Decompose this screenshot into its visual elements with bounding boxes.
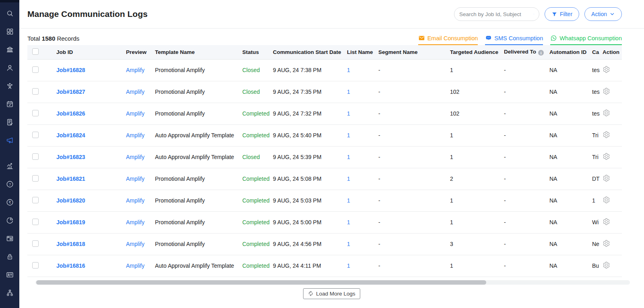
gear-icon [603,174,610,182]
list-name-link[interactable]: 1 [347,197,350,204]
row-checkbox[interactable] [32,110,39,116]
header-select-cell [27,45,56,59]
row-checkbox[interactable] [32,197,39,203]
sidebar-item-dashboard[interactable] [0,23,19,41]
preview-link[interactable]: Amplify [126,67,144,73]
sidebar-item-accounts[interactable] [0,266,19,284]
info-icon[interactable] [538,50,544,56]
gear-icon [603,218,610,225]
sidebar-item-distribution[interactable] [0,77,19,95]
select-all-checkbox[interactable] [32,48,39,55]
cell-select [27,211,56,233]
row-checkbox[interactable] [32,66,39,73]
sidebar-item-logs[interactable] [0,113,19,131]
row-settings-button[interactable] [603,66,610,74]
cell-targeted-audience: 1 [450,211,504,233]
job-id-link[interactable]: Job#16819 [56,219,85,225]
preview-link[interactable]: Amplify [126,219,144,225]
row-settings-button[interactable] [603,131,610,140]
job-id-link[interactable]: Job#16824 [56,132,85,138]
start-date: 9 AUG, 24 7:35 PM [273,89,322,95]
list-name-link[interactable]: 1 [347,176,350,182]
template-name: Promotional Amplify [155,89,205,95]
cell-template-name: Auto Approval Amplify Template [155,255,242,277]
search-icon[interactable] [534,10,534,18]
preview-link[interactable]: Amplify [126,89,144,95]
list-name-link[interactable]: 1 [347,241,350,247]
row-settings-button[interactable] [603,218,610,227]
sidebar-item-contacts[interactable] [0,59,19,77]
sidebar-item-billing[interactable]: ₹ [0,193,19,211]
row-settings-button[interactable] [603,240,610,248]
email-consumption-link[interactable]: Email Consumption [418,35,478,45]
list-name-link[interactable]: 1 [347,263,350,269]
sidebar-item-search[interactable] [0,4,19,23]
row-settings-button[interactable] [603,153,610,161]
job-id-link[interactable]: Job#16816 [56,263,85,269]
cell-action [603,103,622,124]
cell-automation-id: NA [549,168,592,190]
sidebar-item-calendar[interactable] [0,95,19,113]
job-id-link[interactable]: Job#16818 [56,241,85,247]
dashboard-icon [6,27,14,36]
targeted-audience: 1 [450,263,453,269]
sidebar-item-campaigns[interactable] [0,131,19,149]
row-checkbox[interactable] [32,153,39,160]
preview-link[interactable]: Amplify [126,176,144,182]
job-id-link[interactable]: Job#16823 [56,154,85,160]
status-label: Closed [242,89,260,95]
filter-button[interactable]: Filter [545,7,579,21]
column-header-job-id: Job ID [56,45,126,59]
preview-link[interactable]: Amplify [126,154,144,160]
table-row: Job#16816AmplifyAuto Approval Amplify Te… [27,255,622,277]
sidebar-item-reports[interactable] [0,211,19,229]
row-settings-button[interactable] [603,261,610,270]
job-id-link[interactable]: Job#16828 [56,67,85,73]
list-name-link[interactable]: 1 [347,110,350,117]
row-checkbox[interactable] [32,132,39,138]
preview-link[interactable]: Amplify [126,263,144,269]
job-id-link[interactable]: Job#16821 [56,176,85,182]
cell-preview-link: Amplify [126,168,155,190]
row-checkbox[interactable] [32,219,39,225]
row-checkbox[interactable] [32,240,39,247]
sidebar-item-security[interactable] [0,248,19,266]
job-id-link[interactable]: Job#16820 [56,197,85,204]
list-name-link[interactable]: 1 [347,89,350,95]
row-settings-button[interactable] [603,87,610,96]
segment-name: - [378,67,380,73]
sidebar-item-help[interactable]: ? [0,175,19,193]
sidebar-item-organization[interactable] [0,41,19,59]
load-more-button[interactable]: Load More Logs [303,288,360,299]
row-checkbox[interactable] [32,175,39,182]
cell-job-id-link: Job#16826 [56,103,126,124]
job-id-link[interactable]: Job#16826 [56,110,85,117]
cell-delivered-to: - [504,233,549,255]
row-checkbox[interactable] [32,88,39,95]
search-input[interactable] [459,11,530,17]
row-settings-button[interactable] [603,109,610,118]
action-button[interactable]: Action [584,7,622,21]
list-name-link[interactable]: 1 [347,132,350,138]
row-checkbox[interactable] [32,262,39,269]
campaign-name: Tri [592,132,599,138]
cell-template-name: Promotional Amplify [155,168,242,190]
sidebar-item-analytics[interactable] [0,157,19,175]
preview-link[interactable]: Amplify [126,110,144,117]
preview-link[interactable]: Amplify [126,241,144,247]
list-name-link[interactable]: 1 [347,67,350,73]
preview-link[interactable]: Amplify [126,197,144,204]
whatsapp-consumption-link[interactable]: Whatsapp Consumption [550,35,622,45]
calendar-check-icon [6,100,14,108]
sms-consumption-link[interactable]: SMS Consumption [485,35,543,45]
row-settings-button[interactable] [603,196,610,205]
list-name-link[interactable]: 1 [347,154,350,160]
cell-delivered-to: - [504,211,549,233]
sidebar-item-pages[interactable] [0,229,19,248]
list-name-link[interactable]: 1 [347,219,350,225]
row-settings-button[interactable] [603,174,610,183]
sidebar-item-hierarchy[interactable] [0,284,19,302]
job-id-link[interactable]: Job#16827 [56,89,85,95]
preview-link[interactable]: Amplify [126,132,144,138]
horizontal-scrollbar-thumb[interactable] [36,280,486,285]
